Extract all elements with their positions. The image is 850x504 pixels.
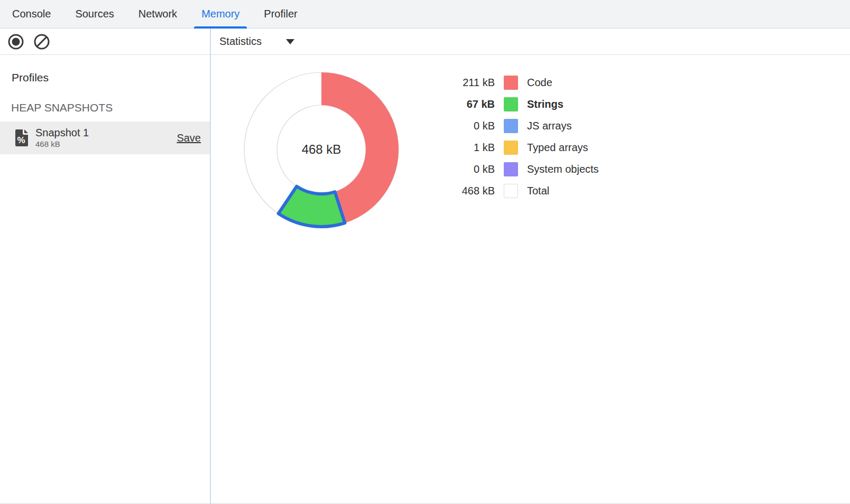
legend-swatch: [504, 76, 518, 90]
heap-snapshot-file-icon: %: [15, 129, 29, 147]
toolbar-left-section: [0, 29, 211, 54]
legend-label: Strings: [527, 98, 563, 110]
legend-swatch: [504, 162, 518, 176]
panel-resizer[interactable]: [210, 29, 211, 503]
memory-panel-content: Profiles HEAP SNAPSHOTS % Snapshot 1 468…: [0, 55, 850, 503]
clear-icon: [33, 33, 51, 51]
legend-label: JS arrays: [527, 120, 571, 132]
legend-row-js-arrays[interactable]: 0 kBJS arrays: [444, 115, 599, 137]
snapshot-info: Snapshot 1 468 kB: [35, 127, 89, 149]
tab-network[interactable]: Network: [131, 0, 184, 28]
profiles-sidebar: Profiles HEAP SNAPSHOTS % Snapshot 1 468…: [0, 55, 211, 503]
snapshot-size: 468 kB: [35, 140, 89, 149]
snapshot-list-item[interactable]: % Snapshot 1 468 kB Save: [0, 122, 211, 154]
heap-snapshots-section-label: HEAP SNAPSHOTS: [0, 84, 211, 114]
legend-label: Typed arrays: [527, 142, 588, 154]
chevron-down-icon: [286, 39, 294, 44]
statistics-view: 468 kB 211 kBCode67 kBStrings0 kBJS arra…: [211, 55, 850, 503]
legend-row-code[interactable]: 211 kBCode: [444, 72, 599, 94]
legend-label: Code: [527, 77, 552, 89]
profiles-heading: Profiles: [0, 55, 211, 84]
legend-row-typed-arrays[interactable]: 1 kBTyped arrays: [444, 137, 599, 158]
donut-slice-strings[interactable]: [279, 186, 345, 227]
legend-value: 67 kB: [444, 98, 495, 110]
legend-row-strings[interactable]: 67 kBStrings: [444, 94, 599, 115]
snapshot-title: Snapshot 1: [35, 127, 89, 138]
legend-swatch: [504, 97, 518, 111]
tab-memory[interactable]: Memory: [194, 0, 247, 28]
record-heap-button[interactable]: [7, 33, 25, 51]
legend-label: System objects: [527, 163, 599, 175]
donut-chart-svg: [242, 70, 401, 229]
legend-swatch: [504, 184, 518, 198]
legend-value: 468 kB: [444, 185, 495, 197]
legend-swatch: [504, 119, 518, 133]
legend-row-system-objects[interactable]: 0 kBSystem objects: [444, 158, 599, 180]
svg-text:%: %: [17, 135, 25, 145]
legend-label: Total: [527, 185, 549, 197]
devtools-tab-bar: Console Sources Network Memory Profiler: [0, 0, 850, 29]
perspective-dropdown[interactable]: Statistics: [219, 35, 294, 48]
tab-profiler[interactable]: Profiler: [256, 0, 304, 28]
tab-console[interactable]: Console: [5, 0, 58, 28]
legend-value: 1 kB: [444, 142, 495, 154]
legend-row-total[interactable]: 468 kBTotal: [444, 180, 599, 202]
tab-sources[interactable]: Sources: [68, 0, 121, 28]
legend-swatch: [504, 141, 518, 155]
heap-usage-donut-chart: 468 kB: [242, 70, 401, 229]
toolbar-right-section: Statistics: [211, 29, 850, 54]
legend-value: 0 kB: [444, 120, 495, 132]
legend-value: 211 kB: [444, 77, 495, 89]
memory-toolbar: Statistics: [0, 29, 850, 55]
save-link[interactable]: Save: [177, 132, 201, 144]
perspective-dropdown-value: Statistics: [219, 35, 262, 48]
record-icon: [7, 33, 25, 51]
clear-profiles-button[interactable]: [33, 33, 51, 51]
legend-value: 0 kB: [444, 163, 495, 175]
chart-legend: 211 kBCode67 kBStrings0 kBJS arrays1 kBT…: [444, 72, 599, 202]
